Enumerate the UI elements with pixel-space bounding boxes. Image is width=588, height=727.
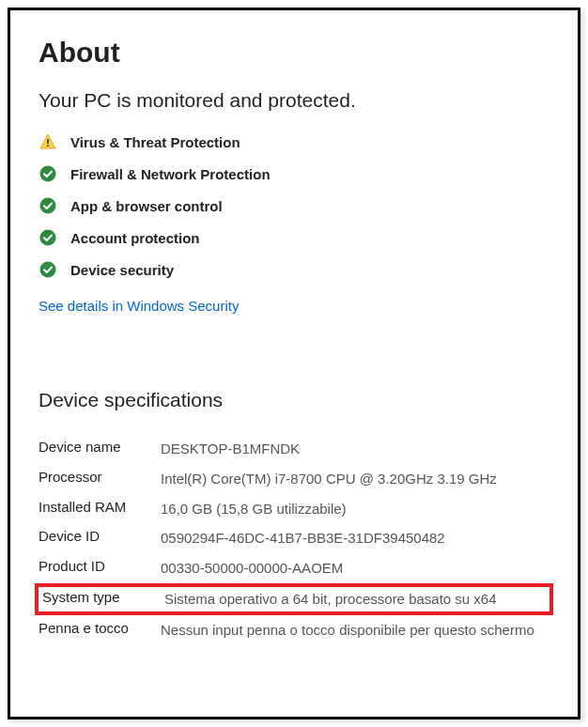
protection-label: Device security [70,262,174,278]
protection-label: Virus & Threat Protection [70,134,240,150]
page-title: About [39,37,549,69]
spec-value: DESKTOP-B1MFNDK [161,439,549,459]
spec-row-pen-touch: Penna e tocco Nessun input penna o tocco… [39,615,549,645]
protection-list: Virus & Threat Protection Firewall & Net… [39,132,549,279]
svg-point-5 [40,262,56,278]
spec-row-processor: Processor Intel(R) Core(TM) i7-8700 CPU … [39,464,549,494]
svg-point-3 [40,198,56,214]
protection-item-virus: Virus & Threat Protection [39,132,549,151]
protection-label: App & browser control [70,198,223,214]
spec-value: 00330-50000-00000-AAOEM [161,558,549,579]
about-window: About Your PC is monitored and protected… [8,8,580,719]
spec-label: System type [42,589,164,605]
spec-label: Installed RAM [39,499,161,515]
svg-point-4 [40,230,56,246]
svg-rect-0 [47,139,49,144]
check-icon [39,164,57,183]
spec-value: 16,0 GB (15,8 GB utilizzabile) [161,499,549,519]
warning-icon [39,132,57,151]
spec-label: Processor [39,469,161,485]
device-specs-heading: Device specifications [39,389,549,411]
check-icon [39,228,57,247]
protection-subtitle: Your PC is monitored and protected. [39,89,549,112]
spec-label: Device name [39,439,161,455]
check-icon [39,196,57,215]
spec-value: Intel(R) Core(TM) i7-8700 CPU @ 3.20GHz … [161,469,549,489]
spec-label: Penna e tocco [39,620,161,636]
spec-label: Product ID [39,558,161,574]
protection-label: Account protection [70,230,200,246]
spec-row-product-id: Product ID 00330-50000-00000-AAOEM [39,553,549,583]
spec-row-device-id: Device ID 0590294F-46DC-41B7-BB3E-31DF39… [39,523,549,553]
spec-value: Sistema operativo a 64 bit, processore b… [164,589,546,610]
protection-item-device-security: Device security [39,260,549,279]
svg-rect-1 [47,145,49,147]
svg-point-2 [40,166,56,182]
highlight-system-type: System type Sistema operativo a 64 bit, … [35,583,553,615]
protection-item-account: Account protection [39,228,549,247]
check-icon [39,260,57,279]
device-specs-table: Device name DESKTOP-B1MFNDK Processor In… [39,434,549,644]
protection-item-firewall: Firewall & Network Protection [39,164,549,183]
spec-value: Nessun input penna o tocco disponibile p… [161,620,549,641]
spec-row-installed-ram: Installed RAM 16,0 GB (15,8 GB utilizzab… [39,494,549,524]
protection-item-app-browser: App & browser control [39,196,549,215]
spec-row-device-name: Device name DESKTOP-B1MFNDK [39,434,549,464]
spec-label: Device ID [39,528,161,544]
spec-value: 0590294F-46DC-41B7-BB3E-31DF39450482 [161,528,549,549]
windows-security-link[interactable]: See details in Windows Security [39,298,239,314]
protection-label: Firewall & Network Protection [70,166,271,182]
